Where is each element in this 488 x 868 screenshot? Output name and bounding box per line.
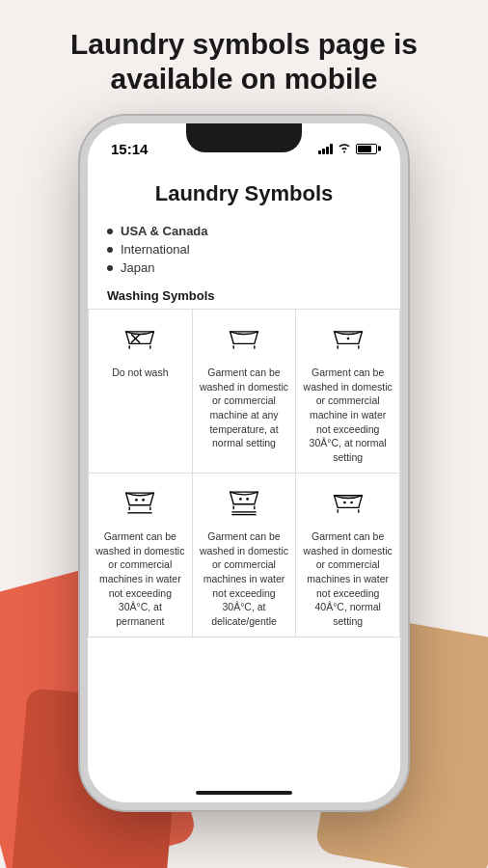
table-row: Do not wash Garment can be — [89, 310, 400, 474]
wifi-icon — [338, 142, 351, 156]
wash-any-temp-icon — [199, 317, 290, 360]
status-time: 15:14 — [111, 141, 148, 157]
signal-icon — [318, 143, 333, 154]
app-title: Laundry Symbols — [107, 181, 381, 206]
svg-point-6 — [346, 338, 349, 340]
table-cell: Garment can be washed in domestic or com… — [296, 473, 400, 637]
table-cell: Garment can be washed in domestic or com… — [192, 473, 296, 637]
nav-links: USA & Canada International Japan — [88, 214, 400, 285]
phone-frame: 15:14 Laundry Symbols — [80, 116, 408, 810]
wash-30-delicate-icon — [199, 481, 290, 524]
symbol-desc: Garment can be washed in domestic or com… — [302, 529, 393, 629]
svg-point-20 — [343, 501, 346, 503]
symbol-desc: Garment can be washed in domestic or com… — [199, 366, 290, 450]
svg-point-15 — [246, 498, 249, 501]
do-not-wash-icon — [95, 317, 186, 360]
bullet-icon — [107, 229, 113, 234]
table-row: Garment can be washed in domestic or com… — [89, 473, 400, 637]
symbol-desc: Garment can be washed in domestic or com… — [199, 529, 290, 629]
table-cell: Do not wash — [89, 310, 193, 474]
table-cell: Garment can be washed in domestic or com… — [192, 310, 296, 474]
bullet-icon — [107, 247, 113, 253]
symbol-desc: Do not wash — [95, 366, 186, 380]
section-header: Washing Symbols — [88, 285, 400, 309]
svg-point-10 — [143, 499, 146, 502]
bullet-icon — [107, 265, 113, 271]
symbols-table: Do not wash Garment can be — [88, 309, 400, 637]
wash-40-normal-icon — [302, 481, 393, 524]
nav-item-japan[interactable]: Japan — [107, 258, 381, 277]
home-indicator — [196, 791, 292, 795]
svg-point-21 — [350, 501, 353, 503]
symbol-desc: Garment can be washed in domestic or com… — [302, 366, 393, 465]
svg-point-9 — [135, 499, 138, 502]
wash-30-perm-icon — [95, 481, 186, 524]
page-title: Laundry symbols page is available on mob… — [41, 27, 447, 96]
table-cell: Garment can be washed in domestic or com… — [89, 473, 193, 637]
nav-item-usa[interactable]: USA & Canada — [107, 222, 381, 240]
symbol-desc: Garment can be washed in domestic or com… — [95, 529, 186, 629]
table-cell: Garment can be washed in domestic or com… — [296, 310, 400, 474]
phone-content[interactable]: Laundry Symbols USA & Canada Internation… — [88, 166, 400, 802]
battery-icon — [356, 144, 377, 154]
status-icons — [318, 142, 377, 156]
svg-point-14 — [239, 498, 242, 501]
app-header: Laundry Symbols — [88, 166, 400, 214]
nav-item-international[interactable]: International — [107, 240, 381, 258]
wash-30-normal-icon — [302, 317, 393, 360]
phone-notch — [186, 123, 302, 152]
